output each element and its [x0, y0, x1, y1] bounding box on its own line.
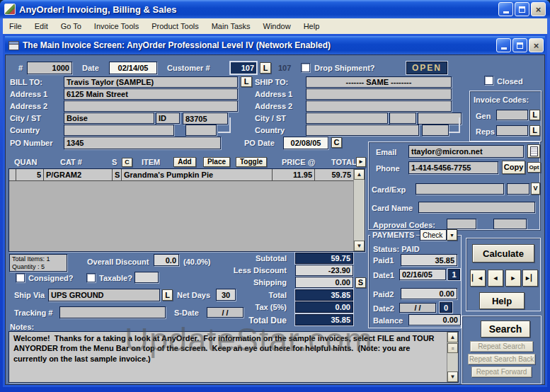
nav-next-button[interactable]: ►: [505, 270, 521, 287]
repeat-forward-button[interactable]: Repeat Forward: [471, 367, 532, 377]
date2-field[interactable]: / /: [399, 303, 436, 313]
price-cell[interactable]: 11.95: [273, 169, 315, 181]
gen-lookup-button[interactable]: L: [529, 110, 540, 120]
ship-address1-field[interactable]: [306, 88, 452, 100]
close-button[interactable]: ×: [531, 2, 546, 16]
consigned-checkbox[interactable]: [16, 273, 25, 282]
ship-via-lookup-button[interactable]: L: [162, 289, 173, 301]
opt-button[interactable]: Opt: [527, 162, 541, 173]
card-name-field[interactable]: [418, 202, 535, 213]
shipping-calc-button[interactable]: S: [355, 277, 366, 288]
shipping-field[interactable]: 0.00: [295, 277, 353, 288]
less-discount-field[interactable]: -23.90: [295, 265, 353, 276]
s-cell[interactable]: S: [113, 169, 122, 181]
nav-last-button[interactable]: ►▏: [522, 270, 538, 287]
card-dropdown-button[interactable]: V: [531, 183, 540, 195]
menu-edit[interactable]: Edit: [28, 22, 55, 30]
customer-lookup-button[interactable]: L: [260, 62, 271, 74]
scroll-down-button[interactable]: ▼: [447, 371, 458, 382]
scrollbar-thumb[interactable]: ≡: [447, 343, 458, 353]
scroll-down-button[interactable]: ▼: [354, 241, 365, 251]
bill-to-lookup-button[interactable]: L: [241, 76, 252, 87]
bill-zip2-field[interactable]: [185, 125, 217, 136]
approval2-field[interactable]: [493, 219, 527, 229]
repeat-search-back-button[interactable]: Repeat Search Back: [468, 354, 535, 364]
invoice-close-button[interactable]: ×: [529, 38, 544, 52]
invoice-minimize-button[interactable]: [496, 38, 511, 52]
approval1-field[interactable]: [447, 219, 476, 229]
invoice-maximize-button[interactable]: [512, 38, 527, 52]
scroll-up-button[interactable]: ▲: [447, 332, 458, 342]
quan-cell[interactable]: 5: [16, 169, 44, 181]
drop-shipment-checkbox[interactable]: [301, 63, 310, 72]
table-row[interactable]: 5 P/GRAM2 S Grandma's Pumpkin Pie 11.95 …: [9, 169, 353, 181]
menu-help[interactable]: Help: [297, 22, 326, 30]
notes-scrollbar[interactable]: ▲ ≡ ▼: [447, 332, 458, 382]
closed-checkbox[interactable]: [484, 76, 493, 85]
customer-number-field[interactable]: 107: [230, 62, 257, 74]
ship-to-name-field[interactable]: ------- SAME --------: [306, 76, 452, 88]
paid2-field[interactable]: 0.00: [401, 288, 457, 299]
date-field[interactable]: 02/14/05: [109, 62, 157, 74]
repeat-search-button[interactable]: Repeat Search: [470, 341, 533, 352]
item-cell[interactable]: Grandma's Pumpkin Pie: [122, 169, 273, 181]
add-button[interactable]: Add: [173, 157, 196, 167]
bill-address2-field[interactable]: [64, 100, 238, 112]
scroll-up-button[interactable]: ▲: [354, 169, 365, 180]
bill-city-field[interactable]: Boise: [64, 113, 154, 124]
date1-field[interactable]: 02/16/05: [399, 269, 446, 280]
menu-window[interactable]: Window: [257, 22, 297, 30]
bill-state-field[interactable]: ID: [156, 113, 180, 124]
reps-field[interactable]: [496, 125, 528, 136]
taxable-checkbox[interactable]: [86, 273, 96, 282]
calculate-button[interactable]: Calculate: [472, 244, 534, 263]
po-number-field[interactable]: 1345: [64, 137, 221, 149]
taxable-field[interactable]: [134, 272, 159, 283]
total-cell[interactable]: 59.75: [315, 169, 353, 181]
menu-main-tasks[interactable]: Main Tasks: [205, 22, 257, 30]
menu-invoice-tools[interactable]: Invoice Tools: [88, 22, 145, 30]
date2-count-button[interactable]: 0: [440, 302, 452, 313]
ship-state-field[interactable]: [389, 113, 416, 124]
po-calendar-button[interactable]: C: [331, 137, 342, 148]
invoice-titlebar[interactable]: The Main Invoice Screen: AnyOrder Profes…: [5, 36, 545, 54]
card-number-field[interactable]: [416, 183, 504, 195]
search-button[interactable]: Search: [481, 321, 530, 338]
nav-first-button[interactable]: ▏◄: [470, 270, 486, 287]
po-date-field[interactable]: 02/08/05: [283, 137, 328, 149]
notes-textarea[interactable]: Welcome! Thanks for a taking a look at A…: [8, 331, 459, 383]
menu-file[interactable]: File: [3, 22, 28, 30]
row-selector-cell[interactable]: [9, 169, 16, 181]
payment-method-select[interactable]: Check: [420, 229, 447, 241]
items-scrollbar[interactable]: ▲ ▼: [353, 169, 365, 251]
cat-cell[interactable]: P/GRAM2: [44, 169, 113, 181]
ship-country-field[interactable]: [306, 125, 419, 136]
nav-previous-button[interactable]: ◄: [488, 270, 503, 287]
overall-discount-field[interactable]: 0.0: [154, 254, 179, 266]
bill-to-name-field[interactable]: Travis Taylor (SAMPLE): [64, 76, 238, 88]
ship-address2-field[interactable]: [306, 100, 452, 112]
place-button[interactable]: Place: [203, 157, 230, 167]
paid1-field[interactable]: 35.85: [401, 254, 457, 266]
bill-address1-field[interactable]: 6125 Main Street: [64, 88, 238, 100]
phone-field[interactable]: 1-414-5456-7755: [408, 161, 498, 174]
menu-product-tools[interactable]: Product Tools: [145, 22, 205, 30]
ship-city-field[interactable]: [306, 113, 388, 124]
bill-country-field[interactable]: [64, 125, 174, 136]
help-button[interactable]: Help: [479, 292, 525, 309]
gen-field[interactable]: [496, 110, 528, 120]
app-titlebar[interactable]: AnyOrder! Invoicing, Billing & Sales ×: [0, 0, 550, 18]
ship-via-field[interactable]: UPS GROUND: [48, 289, 160, 301]
email-field[interactable]: ttaylor@micron.net: [408, 145, 524, 158]
invoice-number-field[interactable]: 1000: [27, 62, 72, 74]
email-doc-button[interactable]: [527, 144, 540, 158]
expand-columns-button[interactable]: ►: [356, 157, 366, 167]
maximize-button[interactable]: [515, 2, 529, 16]
payment-method-dropdown-button[interactable]: ▼: [447, 229, 457, 241]
reps-lookup-button[interactable]: L: [529, 125, 540, 136]
date1-count-button[interactable]: 1: [448, 269, 460, 280]
ship-zip2-field[interactable]: [422, 125, 449, 136]
menu-go-to[interactable]: Go To: [55, 22, 88, 30]
c-column-button[interactable]: C: [122, 158, 132, 167]
copy-button[interactable]: Copy: [502, 161, 525, 174]
